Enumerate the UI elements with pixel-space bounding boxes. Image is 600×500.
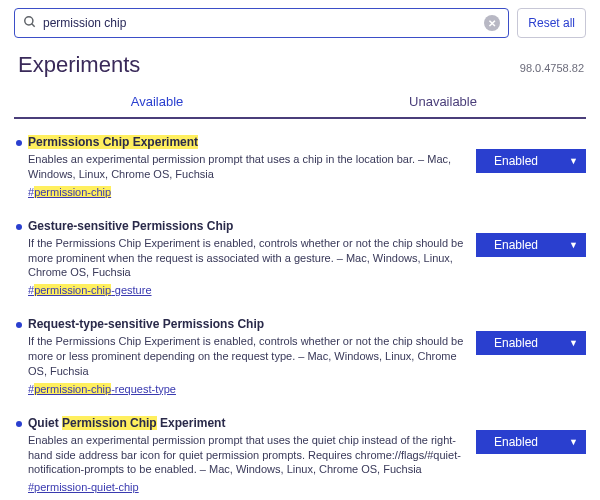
experiment-hash-link[interactable]: #permission-chip-gesture	[28, 284, 152, 296]
experiment-hash-link[interactable]: #permission-quiet-chip	[28, 481, 139, 493]
chevron-down-icon: ▼	[569, 156, 578, 166]
experiment-item: Request-type-sensitive Permissions Chip …	[14, 317, 586, 396]
bullet-icon	[16, 322, 22, 328]
experiment-state-select[interactable]: Enabled▼	[476, 331, 586, 355]
version-label: 98.0.4758.82	[520, 62, 584, 74]
experiment-item: Quiet Permission Chip Experiment Enables…	[14, 416, 586, 495]
experiment-state-select[interactable]: Enabled▼	[476, 149, 586, 173]
experiment-hash-link[interactable]: #permission-chip	[28, 186, 111, 198]
chevron-down-icon: ▼	[569, 240, 578, 250]
experiment-state-select[interactable]: Enabled▼	[476, 430, 586, 454]
svg-point-0	[25, 16, 33, 24]
experiment-title: Quiet Permission Chip Experiment	[28, 416, 466, 430]
bullet-icon	[16, 224, 22, 230]
experiment-desc: Enables an experimental permission promp…	[28, 433, 466, 478]
page-title: Experiments	[18, 52, 586, 78]
experiment-title: Gesture-sensitive Permissions Chip	[28, 219, 466, 233]
search-input[interactable]	[43, 16, 484, 30]
svg-line-1	[32, 23, 35, 26]
experiment-hash-link[interactable]: #permission-chip-request-type	[28, 383, 176, 395]
search-field-wrap[interactable]: ✕	[14, 8, 509, 38]
chevron-down-icon: ▼	[569, 437, 578, 447]
tab-unavailable[interactable]: Unavailable	[300, 86, 586, 117]
tab-available[interactable]: Available	[14, 86, 300, 117]
tabs: Available Unavailable	[14, 86, 586, 119]
experiment-desc: If the Permissions Chip Experiment is en…	[28, 334, 466, 379]
search-icon	[23, 15, 37, 32]
experiment-state-select[interactable]: Enabled▼	[476, 233, 586, 257]
reset-all-button[interactable]: Reset all	[517, 8, 586, 38]
experiment-desc: Enables an experimental permission promp…	[28, 152, 466, 182]
experiment-desc: If the Permissions Chip Experiment is en…	[28, 236, 466, 281]
bullet-icon	[16, 140, 22, 146]
bullet-icon	[16, 421, 22, 427]
experiment-title: Request-type-sensitive Permissions Chip	[28, 317, 466, 331]
experiment-title: Permissions Chip Experiment	[28, 135, 466, 149]
experiments-list: Permissions Chip Experiment Enables an e…	[14, 135, 586, 494]
clear-search-icon[interactable]: ✕	[484, 15, 500, 31]
experiment-item: Gesture-sensitive Permissions Chip If th…	[14, 219, 586, 298]
chevron-down-icon: ▼	[569, 338, 578, 348]
experiment-item: Permissions Chip Experiment Enables an e…	[14, 135, 586, 199]
